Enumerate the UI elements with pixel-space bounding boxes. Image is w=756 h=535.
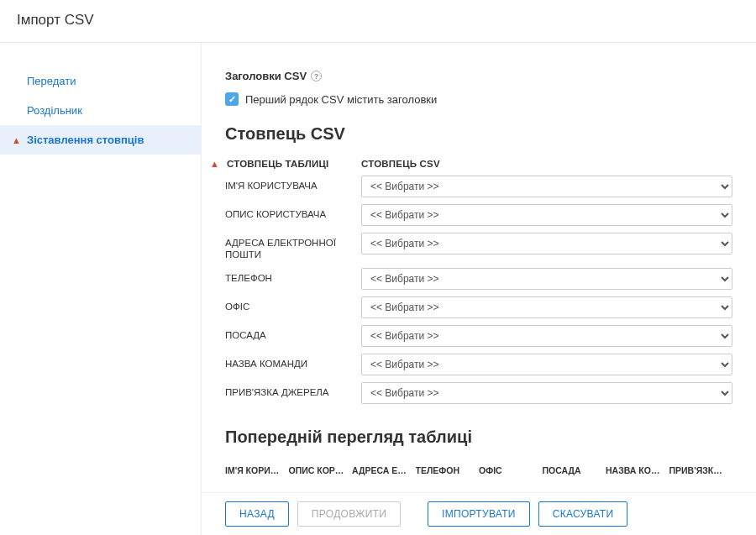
mapping-row-label: ТЕЛЕФОН [225,268,351,284]
mapping-row-label: АДРЕСА ЕЛЕКТРОННОЇ ПОШТИ [225,233,351,261]
mapping-select-username[interactable]: << Вибрати >> [361,176,732,197]
sidebar-item-label: Зіставлення стовпців [27,134,144,146]
mapping-select-team[interactable]: << Вибрати >> [361,354,732,375]
main-content[interactable]: Заголовки CSV ? ✓ Перший рядок CSV місти… [202,43,756,492]
back-button[interactable]: НАЗАД [225,501,289,527]
continue-button: ПРОДОВЖИТИ [297,501,401,527]
mapping-row-label: ОПИС КОРИСТУВАЧА [225,204,351,220]
sidebar-item-label: Роздільник [27,104,82,117]
wizard-sidebar: Передати Роздільник ▲ Зіставлення стовпц… [0,43,202,535]
mapping-row-label: ПРИВ'ЯЗКА ДЖЕРЕЛА [225,382,351,398]
mapping-row-label: ОФІС [225,296,351,312]
table-preview-heading: Попередній перегляд таблиці [225,427,732,447]
preview-col-username: ІМ'Я КОРИСТУ [225,462,289,480]
preview-col-phone: ТЕЛЕФОН [416,462,480,480]
csv-headers-label-text: Заголовки CSV [225,70,307,82]
main-wrap: Заголовки CSV ? ✓ Перший рядок CSV місти… [202,43,756,535]
first-row-headers-label: Перший рядок CSV містить заголовки [245,93,437,106]
warning-icon: ▲ [210,159,222,169]
preview-col-email: АДРЕСА ЕЛЕКТРО... [352,462,416,480]
mapping-select-position[interactable]: << Вибрати >> [361,325,732,347]
sidebar-item-upload[interactable]: Передати [0,66,201,96]
mapping-row-label: ПОСАДА [225,325,351,341]
preview-col-position: ПОСАДА [543,462,606,480]
csv-headers-label: Заголовки CSV ? [225,70,322,82]
mapping-select-source-binding[interactable]: << Вибрати >> [361,382,732,404]
preview-table: ІМ'Я КОРИСТУ ОПИС КОРИСТУ АДРЕСА ЕЛЕКТРО… [225,462,732,480]
preview-col-office: ОФІС [479,462,543,480]
mapping-select-office[interactable]: << Вибрати >> [361,296,732,318]
preview-col-source: ПРИВ'ЯЗКА ДЖЕРЕЛА [669,462,733,480]
mapping-row-label: НАЗВА КОМАНДИ [225,354,351,370]
csv-column-header: СТОВПЕЦЬ CSV [361,159,732,169]
sidebar-item-label: Передати [27,75,76,87]
dialog-title: Імпорт CSV [0,0,756,43]
dialog-body: Передати Роздільник ▲ Зіставлення стовпц… [0,43,756,535]
csv-column-heading: Стовпець CSV [225,124,732,144]
sidebar-item-column-mapping[interactable]: ▲ Зіставлення стовпців [0,125,201,155]
table-column-header-text: СТОВПЕЦЬ ТАБЛИЦІ [227,159,329,169]
warning-icon: ▲ [12,135,22,145]
mapping-select-email[interactable]: << Вибрати >> [361,233,732,254]
first-row-headers-row: ✓ Перший рядок CSV містить заголовки [225,92,732,106]
help-icon[interactable]: ? [311,71,322,81]
preview-col-description: ОПИС КОРИСТУ [289,462,353,480]
table-column-header: ▲ СТОВПЕЦЬ ТАБЛИЦІ [225,159,351,169]
mapping-select-description[interactable]: << Вибрати >> [361,204,732,226]
mapping-select-phone[interactable]: << Вибрати >> [361,268,732,290]
import-button[interactable]: ІМПОРТУВАТИ [428,501,530,527]
cancel-button[interactable]: СКАСУВАТИ [538,501,628,527]
sidebar-item-delimiter[interactable]: Роздільник [0,96,201,125]
mapping-row-label: ІМ'Я КОРИСТУВАЧА [225,176,351,191]
first-row-headers-checkbox[interactable]: ✓ [225,92,239,106]
column-mapping-table: ▲ СТОВПЕЦЬ ТАБЛИЦІ СТОВПЕЦЬ CSV ІМ'Я КОР… [225,159,732,404]
wizard-footer: НАЗАД ПРОДОВЖИТИ ІМПОРТУВАТИ СКАСУВАТИ [202,492,756,535]
dialog-title-text: Імпорт CSV [17,12,94,28]
preview-col-team: НАЗВА КОМАНДИ [606,462,669,480]
